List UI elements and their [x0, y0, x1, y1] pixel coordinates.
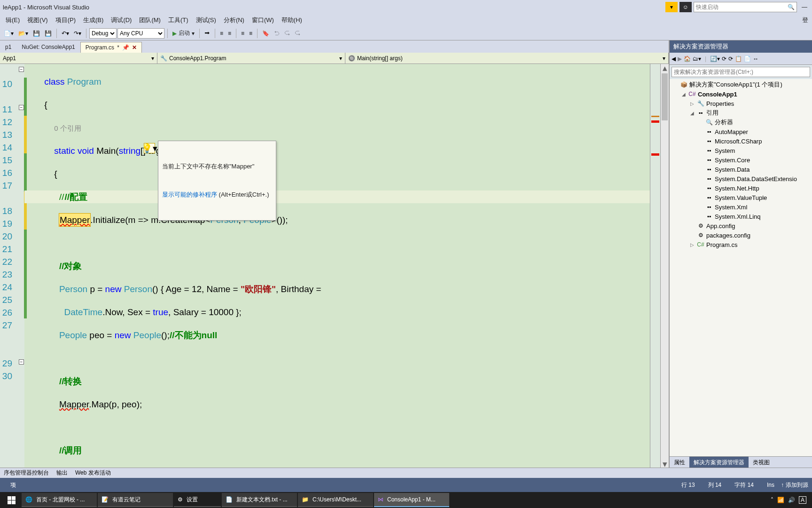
- refresh-icon[interactable]: 🔄▾: [710, 56, 720, 62]
- scroll-up-icon[interactable]: ▴: [661, 64, 669, 71]
- home-icon[interactable]: 🏠: [684, 56, 691, 62]
- code-editor[interactable]: 1011121314151617181920212223242526272930…: [0, 64, 669, 468]
- add-to-source[interactable]: 添加到源: [786, 481, 808, 489]
- collapse-icon[interactable]: ⟳: [722, 56, 726, 62]
- redo-button[interactable]: ↷▾: [72, 29, 83, 38]
- save-button[interactable]: 💾: [31, 29, 42, 38]
- solution-tree[interactable]: 📦解决方案"ConsoleApp1"(1 个项目) ◢C#ConsoleApp1…: [670, 79, 812, 456]
- start-button[interactable]: [2, 493, 21, 507]
- tree-references[interactable]: ◢▪▪引用: [670, 108, 812, 118]
- tree-ref[interactable]: ▪▪System: [670, 146, 812, 155]
- nav-project[interactable]: App1▾: [0, 53, 157, 64]
- nav-method[interactable]: 🔘Main(string[] args)▾: [345, 53, 669, 64]
- tree-ref[interactable]: ▪▪Microsoft.CSharp: [670, 136, 812, 146]
- indent-icon[interactable]: ≡: [218, 29, 225, 38]
- tab-nuget[interactable]: NuGet: ConsoleApp1: [16, 41, 80, 53]
- outline-toggle[interactable]: −: [19, 105, 24, 110]
- pin-icon[interactable]: 📌: [122, 44, 129, 51]
- login-link[interactable]: 登: [802, 16, 810, 24]
- tree-ref[interactable]: ▪▪AutoMapper: [670, 127, 812, 136]
- quick-launch[interactable]: 🔍: [694, 2, 797, 12]
- menu-edit[interactable]: 辑(E): [2, 15, 23, 26]
- nav-class[interactable]: 🔧ConsoleApp1.Program▾: [157, 53, 345, 64]
- quick-launch-input[interactable]: [696, 4, 781, 10]
- tree-ref[interactable]: ▪▪System.Data: [670, 165, 812, 174]
- start-button[interactable]: ▶启动 ▾: [171, 28, 196, 38]
- vertical-scrollbar[interactable]: ▴ ▾: [660, 64, 669, 468]
- preview-icon[interactable]: 📄: [744, 56, 751, 62]
- sync-icon[interactable]: 🗂▾: [693, 56, 701, 62]
- new-file-button[interactable]: 📄▾: [2, 29, 16, 38]
- lightbulb-icon[interactable]: 💡▾: [144, 143, 155, 153]
- tree-ref[interactable]: ▪▪System.Xml: [670, 202, 812, 212]
- tree-project[interactable]: ◢C#ConsoleApp1: [670, 89, 812, 99]
- nav-back-icon[interactable]: ⮌: [272, 29, 281, 38]
- tree-solution[interactable]: 📦解决方案"ConsoleApp1"(1 个项目): [670, 80, 812, 89]
- nav-fwd-icon[interactable]: ⮎: [282, 29, 292, 38]
- menu-debug[interactable]: 调试(D): [107, 15, 135, 26]
- tab-program[interactable]: Program.cs*📌✕: [80, 42, 142, 53]
- show-fixes-link[interactable]: 显示可能的修补程序: [162, 191, 217, 198]
- menu-analyze[interactable]: 分析(N): [220, 15, 248, 26]
- undo-button[interactable]: ↶▾: [60, 29, 71, 38]
- codelens-refs[interactable]: 0 个引用: [54, 124, 81, 132]
- menu-tools[interactable]: 工具(T): [164, 15, 192, 26]
- platform-select[interactable]: Any CPU: [117, 28, 164, 39]
- taskbar-notepad[interactable]: 📄新建文本文档.txt - ...: [222, 493, 297, 507]
- tree-appconfig[interactable]: ⚙App.config: [670, 221, 812, 230]
- minimize-button[interactable]: —: [799, 4, 810, 10]
- scroll-thumb[interactable]: [662, 73, 668, 120]
- network-icon[interactable]: 📶: [777, 497, 784, 503]
- tree-ref[interactable]: ▪▪System.Xml.Linq: [670, 212, 812, 221]
- props-icon[interactable]: 📋: [735, 56, 742, 62]
- menu-window[interactable]: 窗口(W): [248, 15, 278, 26]
- tab-output[interactable]: 输出: [53, 468, 71, 478]
- tree-ref[interactable]: ▪▪System.ValueTuple: [670, 193, 812, 202]
- menu-project[interactable]: 项目(P): [52, 15, 79, 26]
- system-tray[interactable]: ˄ 📶 🔊 A: [771, 496, 810, 504]
- tab-pkg-console[interactable]: 序包管理器控制台: [0, 468, 53, 478]
- comment-icon[interactable]: ≡: [239, 29, 246, 38]
- taskbar-settings[interactable]: ⚙设置: [174, 493, 221, 507]
- tree-ref[interactable]: ▪▪System.Data.DataSetExtensio: [670, 174, 812, 183]
- tray-up-icon[interactable]: ˄: [771, 497, 773, 503]
- solution-search-input[interactable]: [671, 67, 810, 77]
- step-icon[interactable]: ⮕: [203, 29, 212, 38]
- tab-properties[interactable]: 属性: [670, 457, 689, 468]
- back-icon[interactable]: ◀: [671, 56, 676, 62]
- bookmark-icon[interactable]: 🔖: [260, 29, 271, 38]
- code-content[interactable]: class Program { 0 个引用 static void Main(s…: [24, 64, 650, 468]
- uncomment-icon[interactable]: ≡: [247, 29, 254, 38]
- tab-web-publish[interactable]: Web 发布活动: [71, 468, 115, 478]
- tree-packages[interactable]: ⚙packages.config: [670, 230, 812, 240]
- close-icon[interactable]: ✕: [132, 44, 137, 51]
- showall-icon[interactable]: ⟳: [728, 56, 733, 62]
- menu-view[interactable]: 视图(V): [23, 15, 51, 26]
- taskbar-vs[interactable]: ⋈ConsoleApp1 - M...: [374, 493, 449, 507]
- tab-solution-explorer[interactable]: 解决方案资源管理器: [689, 457, 749, 468]
- menu-test[interactable]: 测试(S): [192, 15, 220, 26]
- tab-class-view[interactable]: 类视图: [749, 457, 774, 468]
- menu-team[interactable]: 团队(M): [135, 15, 164, 26]
- menu-help[interactable]: 帮助(H): [278, 15, 306, 26]
- feedback-icon[interactable]: ☺: [679, 2, 692, 12]
- open-folder-button[interactable]: 📂▾: [16, 29, 30, 38]
- tree-ref[interactable]: ▪▪System.Core: [670, 155, 812, 165]
- tree-program[interactable]: ▷C#Program.cs: [670, 240, 812, 249]
- nav-more-icon[interactable]: ⮎: [293, 29, 302, 38]
- ime-icon[interactable]: A: [799, 496, 806, 504]
- source-control-icon[interactable]: ↑: [781, 482, 784, 488]
- config-select[interactable]: Debug: [89, 28, 117, 39]
- taskbar-chrome[interactable]: 🌐首页 - 北盟网校 - ...: [22, 493, 97, 507]
- outline-toggle[interactable]: −: [19, 359, 24, 365]
- scroll-down-icon[interactable]: ▾: [661, 460, 669, 468]
- tree-ref[interactable]: ▪▪System.Net.Http: [670, 183, 812, 193]
- fwd-icon[interactable]: ▶: [678, 56, 682, 62]
- scroll-minimap[interactable]: [650, 64, 660, 468]
- volume-icon[interactable]: 🔊: [788, 497, 795, 503]
- tab-p1[interactable]: p1: [0, 41, 16, 53]
- tree-analyzer[interactable]: 🔍分析器: [670, 118, 812, 127]
- outline-toggle[interactable]: −: [19, 67, 24, 72]
- tree-properties[interactable]: ▷🔧Properties: [670, 99, 812, 108]
- outdent-icon[interactable]: ≡: [226, 29, 233, 38]
